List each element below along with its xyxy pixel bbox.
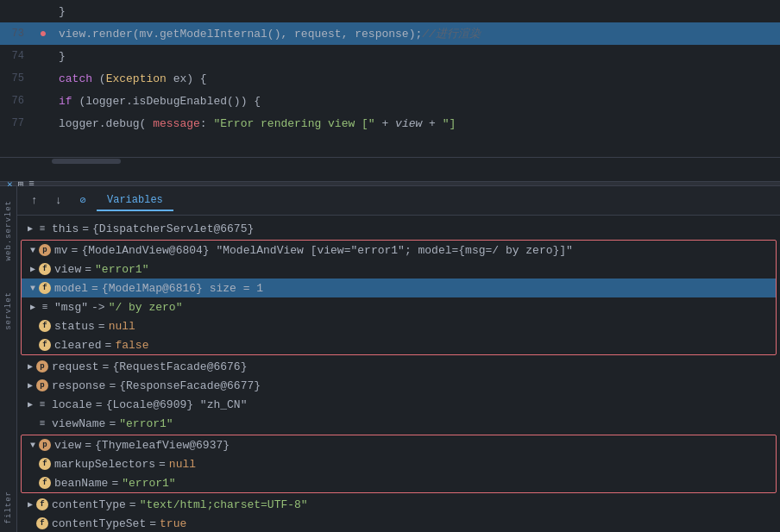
var-row-mv-model[interactable]: f model = {ModelMap@6816} size = 1 xyxy=(22,279,776,297)
code-line-75: 75 catch (Exception ex) { xyxy=(0,67,780,90)
var-name-view-bean: beanName xyxy=(54,477,108,490)
expand-arrow-mv-view[interactable] xyxy=(27,263,39,275)
var-eq-contenttype: = xyxy=(129,498,136,511)
var-name-contenttype: contentType xyxy=(52,498,126,511)
main-layout: } 73 ● view.render(mv.getModelInternal()… xyxy=(0,0,780,532)
var-eq-viewname: = xyxy=(109,417,116,430)
filter-label: filter xyxy=(4,491,13,523)
var-icon-contenttype: f xyxy=(36,498,48,510)
var-icon-view: p xyxy=(39,439,51,451)
var-value-request: {RequestFacade@6676} xyxy=(112,360,247,373)
var-row-mv-model-msg[interactable]: ≡ "msg" -> "/ by zero" xyxy=(22,297,776,316)
code-content-75: catch (Exception ex) { xyxy=(52,72,780,85)
var-eq-view-markup: = xyxy=(159,458,166,471)
expand-arrow-request[interactable] xyxy=(24,360,36,372)
expand-arrow-this[interactable] xyxy=(24,222,36,235)
var-name-mv-model-msg: "msg" xyxy=(54,301,88,314)
var-name-view-markup: markupSelectors xyxy=(54,458,155,471)
expand-arrow-contenttypeset xyxy=(24,517,36,529)
line-number-77: 77 xyxy=(0,117,35,129)
line-number-76: 76 xyxy=(0,95,35,107)
var-eq-mv-model: = xyxy=(91,282,98,295)
tab-variables[interactable]: Variables xyxy=(97,191,173,211)
code-content: } xyxy=(52,5,780,18)
expand-arrow-mv-cleared xyxy=(27,339,39,351)
var-value-mv-view: "error1" xyxy=(95,263,148,276)
var-name-request: request xyxy=(52,360,99,373)
var-icon-locale: ≡ xyxy=(36,398,48,410)
var-value-response: {ResponseFacade@6677} xyxy=(119,379,261,392)
code-content-76: if (logger.isDebugEnabled()) { xyxy=(52,95,780,108)
var-icon-response: p xyxy=(36,379,48,391)
var-name-contenttypeset: contentTypeSet xyxy=(52,517,146,530)
debug-toolbar: ↑ ↓ ⊘ Variables xyxy=(17,186,780,216)
var-value-mv-status: null xyxy=(109,320,135,333)
var-row-contenttypeset[interactable]: f contentTypeSet = true xyxy=(17,514,780,532)
var-icon-this: ≡ xyxy=(36,222,48,235)
var-icon-mv-view: f xyxy=(39,263,51,275)
var-eq-view: = xyxy=(85,439,91,452)
var-name-locale: locale xyxy=(52,398,92,411)
var-row-mv-cleared[interactable]: f cleared = false xyxy=(22,335,776,354)
debug-content: ↑ ↓ ⊘ Variables ≡ this = {DispatcherServ… xyxy=(17,186,780,532)
expand-arrow-locale[interactable] xyxy=(24,398,36,410)
var-icon-view-bean: f xyxy=(39,477,51,489)
var-row-this[interactable]: ≡ this = {DispatcherServlet@6675} xyxy=(17,219,780,238)
var-value-view-bean: "error1" xyxy=(122,477,175,490)
var-eq-mv-view: = xyxy=(85,263,91,276)
var-row-view[interactable]: p view = {ThymeleafView@6937} xyxy=(22,435,776,454)
line-gutter-73: ● xyxy=(35,27,52,41)
var-value-mv-model-msg: "/ by zero" xyxy=(109,301,183,314)
var-icon-mv-model: f xyxy=(39,282,51,294)
var-name-this: this xyxy=(52,222,79,235)
var-row-mv-status[interactable]: f status = null xyxy=(22,316,776,335)
code-line-74: 74 } xyxy=(0,45,780,67)
debug-down-button[interactable]: ↓ xyxy=(48,191,69,211)
var-icon-view-markup: f xyxy=(39,458,51,470)
scrollbar-thumb[interactable] xyxy=(52,159,121,164)
variables-panel: ≡ this = {DispatcherServlet@6675} p mv =… xyxy=(17,216,780,532)
var-icon-mv-cleared: f xyxy=(39,339,51,351)
var-name-mv-model: model xyxy=(54,282,88,295)
expand-arrow-contenttype[interactable] xyxy=(24,498,36,510)
var-row-contenttype[interactable]: f contentType = "text/html;charset=UTF-8… xyxy=(17,495,780,514)
var-value-view-markup: null xyxy=(169,458,196,471)
var-row-viewname[interactable]: ≡ viewName = "error1" xyxy=(17,414,780,433)
expand-arrow-view-bean xyxy=(27,477,39,489)
var-value-mv-cleared: false xyxy=(115,339,148,352)
var-icon-mv-status: f xyxy=(39,320,51,332)
var-value-contenttype: "text/html;charset=UTF-8" xyxy=(140,498,308,511)
expand-arrow-response[interactable] xyxy=(24,379,36,391)
line-number-74: 74 xyxy=(0,50,35,62)
code-line-76: 76 if (logger.isDebugEnabled()) { xyxy=(0,90,780,112)
var-row-locale[interactable]: ≡ locale = {Locale@6909} "zh_CN" xyxy=(17,395,780,414)
expand-arrow-mv-model-msg[interactable] xyxy=(27,301,39,313)
code-content-73: view.render(mv.getModelInternal(), reque… xyxy=(52,26,780,41)
code-horizontal-scrollbar[interactable] xyxy=(0,157,780,164)
red-circle-icon: ● xyxy=(40,27,47,41)
left-label-bar: web.servlet servlet filter xyxy=(0,186,17,532)
var-value-mv-model: {ModelMap@6816} size = 1 xyxy=(102,282,263,295)
var-name-response: response xyxy=(52,379,105,392)
expand-arrow-view[interactable] xyxy=(27,439,39,451)
var-eq-request: = xyxy=(103,360,110,373)
expand-arrow-mv[interactable] xyxy=(27,244,39,256)
code-editor: } 73 ● view.render(mv.getModelInternal()… xyxy=(0,0,780,181)
var-row-view-markup[interactable]: f markupSelectors = null xyxy=(22,454,776,473)
code-line-77: 77 logger.debug( message: "Error renderi… xyxy=(0,112,780,135)
var-row-view-bean[interactable]: f beanName = "error1" xyxy=(22,473,776,492)
debug-area: web.servlet servlet filter ↑ ↓ ⊘ Variabl… xyxy=(0,186,780,532)
code-line-73: 73 ● view.render(mv.getModelInternal(), … xyxy=(0,22,780,45)
expand-arrow-view-markup xyxy=(27,458,39,470)
expand-arrow-viewname xyxy=(24,417,36,429)
expand-arrow-mv-model[interactable] xyxy=(27,282,39,294)
debug-up-button[interactable]: ↑ xyxy=(24,191,45,211)
var-row-mv-view[interactable]: f view = "error1" xyxy=(22,260,776,279)
var-row-response[interactable]: p response = {ResponseFacade@6677} xyxy=(17,376,780,395)
debug-filter-button[interactable]: ⊘ xyxy=(72,191,93,211)
var-row-request[interactable]: p request = {RequestFacade@6676} xyxy=(17,357,780,376)
var-row-mv[interactable]: p mv = {ModelAndView@6804} "ModelAndView… xyxy=(22,241,776,260)
code-line-78 xyxy=(0,135,780,157)
var-name-mv-cleared: cleared xyxy=(54,339,102,352)
var-value-mv: {ModelAndView@6804} "ModelAndView [view=… xyxy=(81,244,573,257)
